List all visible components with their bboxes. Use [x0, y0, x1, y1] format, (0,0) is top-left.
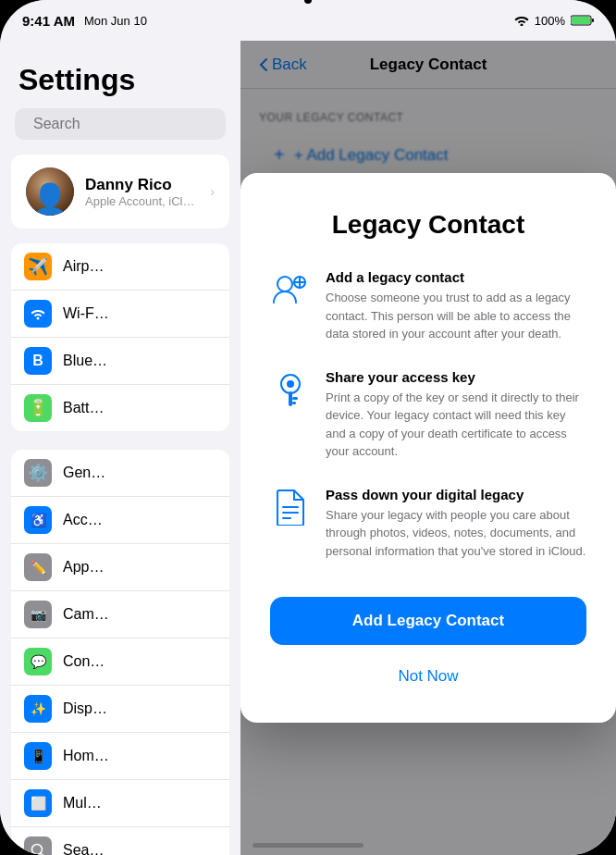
feature-body-3: Share your legacy with people you care a…	[326, 506, 586, 561]
modal-not-now-button[interactable]: Not Now	[270, 660, 586, 693]
user-subtitle: Apple Account, iCloud...	[85, 194, 199, 208]
avatar: 👤	[26, 167, 74, 216]
device-frame: 9:41 AM Mon Jun 10 100% Settings	[0, 0, 616, 855]
settings-row-general[interactable]: ⚙️ Gen…	[11, 450, 229, 497]
display-icon: ✨	[24, 695, 52, 723]
settings-row-camera[interactable]: 📷 Cam…	[11, 591, 229, 638]
main-layout: Settings 👤 Danny Rico Appl	[0, 41, 616, 855]
multitasking-icon: ⬜	[24, 789, 52, 817]
sidebar-title: Settings	[0, 56, 240, 108]
svg-rect-16	[289, 391, 292, 406]
svg-rect-17	[292, 397, 298, 400]
settings-row-display[interactable]: ✨ Disp…	[11, 686, 229, 733]
modal-feature-access-key: Share your access key Print a copy of th…	[270, 369, 586, 461]
settings-row-search[interactable]: Sea…	[11, 827, 229, 855]
settings-row-home[interactable]: 📱 Hom…	[11, 733, 229, 780]
settings-group-1: ✈️ Airp… Wi-F… B Blue… 🔋 Batt…	[11, 243, 229, 431]
row-label-battery: Batt…	[63, 400, 216, 416]
feature-heading-3: Pass down your digital legacy	[326, 487, 586, 502]
row-label-home: Hom…	[63, 748, 216, 764]
chevron-icon: ›	[210, 184, 215, 199]
battery-row-icon: 🔋	[24, 394, 52, 422]
row-label-general: Gen…	[63, 465, 216, 481]
user-info: Danny Rico Apple Account, iCloud...	[85, 176, 199, 208]
settings-row-contacts[interactable]: 💬 Con…	[11, 638, 229, 686]
status-time: 9:41 AM	[22, 13, 75, 29]
settings-row-apple-pencil[interactable]: ✏️ App…	[11, 544, 229, 591]
row-label-display: Disp…	[63, 700, 216, 717]
row-label-bluetooth: Blue…	[63, 353, 216, 369]
pencil-icon: ✏️	[24, 553, 52, 581]
search-bar[interactable]	[15, 108, 226, 140]
search-row-icon	[24, 836, 52, 855]
row-label-pencil: App…	[63, 559, 216, 576]
bluetooth-icon: B	[24, 347, 52, 375]
right-panel: Back Legacy Contact YOUR LEGACY CONTACT …	[240, 41, 616, 855]
home-indicator	[253, 843, 363, 848]
modal-feature-digital-legacy: Pass down your digital legacy Share your…	[270, 487, 586, 561]
feature-body-2: Print a copy of the key or send it direc…	[326, 389, 586, 461]
battery-percent: 100%	[535, 14, 565, 28]
row-label-wifi: Wi-F…	[63, 305, 216, 322]
feature-text-access-key: Share your access key Print a copy of th…	[326, 369, 586, 461]
accessibility-icon: ♿	[24, 506, 52, 534]
contacts-icon: 💬	[24, 648, 52, 675]
document-icon	[270, 487, 311, 527]
settings-row-accessibility[interactable]: ♿ Acc…	[11, 497, 229, 544]
svg-rect-2	[592, 19, 594, 22]
modal-feature-add-contact: Add a legacy contact Choose someone you …	[270, 269, 586, 343]
settings-group-2: ⚙️ Gen… ♿ Acc… ✏️ App… 📷 Cam… 💬 Con…	[11, 450, 229, 855]
row-label-airplane: Airp…	[63, 258, 216, 275]
feature-text-add-contact: Add a legacy contact Choose someone you …	[326, 269, 586, 343]
settings-row-battery[interactable]: 🔋 Batt…	[11, 385, 229, 431]
status-date: Mon Jun 10	[84, 14, 147, 28]
modal-overlay: Legacy Contact	[240, 41, 616, 855]
feature-heading-2: Share your access key	[326, 369, 586, 385]
feature-heading-1: Add a legacy contact	[326, 269, 586, 285]
settings-row-multitasking[interactable]: ⬜ Mul…	[11, 780, 229, 827]
status-bar: 9:41 AM Mon Jun 10 100%	[0, 0, 616, 41]
legacy-contact-modal: Legacy Contact	[240, 173, 616, 723]
row-label-search: Sea…	[63, 842, 216, 855]
feature-body-1: Choose someone you trust to add as a leg…	[326, 289, 586, 343]
wifi-icon	[514, 15, 529, 26]
feature-text-digital-legacy: Pass down your digital legacy Share your…	[326, 487, 586, 561]
key-icon	[270, 369, 311, 410]
add-contact-icon	[270, 269, 311, 310]
home-icon: 📱	[24, 742, 52, 770]
svg-rect-1	[572, 17, 590, 24]
modal-add-legacy-button[interactable]: Add Legacy Contact	[270, 597, 586, 645]
svg-point-10	[277, 277, 292, 291]
battery-icon	[571, 15, 594, 26]
row-label-accessibility: Acc…	[63, 512, 216, 528]
status-icons: 100%	[514, 14, 594, 28]
row-label-multitasking: Mul…	[63, 795, 216, 812]
general-icon: ⚙️	[24, 459, 52, 487]
row-label-camera: Cam…	[63, 606, 216, 623]
user-name: Danny Rico	[85, 176, 199, 194]
sidebar: Settings 👤 Danny Rico Appl	[0, 41, 240, 855]
camera-icon: 📷	[24, 601, 52, 628]
row-label-contacts: Con…	[63, 653, 216, 670]
user-profile[interactable]: 👤 Danny Rico Apple Account, iCloud... ›	[11, 155, 229, 229]
svg-point-15	[287, 380, 294, 388]
modal-title: Legacy Contact	[270, 210, 586, 240]
settings-row-wifi[interactable]: Wi-F…	[11, 291, 229, 338]
svg-rect-18	[292, 402, 296, 404]
airplane-icon: ✈️	[24, 253, 52, 280]
search-input[interactable]	[33, 116, 218, 132]
wifi-row-icon	[24, 300, 52, 328]
settings-row-airplane[interactable]: ✈️ Airp…	[11, 243, 229, 291]
settings-row-bluetooth[interactable]: B Blue…	[11, 338, 229, 385]
